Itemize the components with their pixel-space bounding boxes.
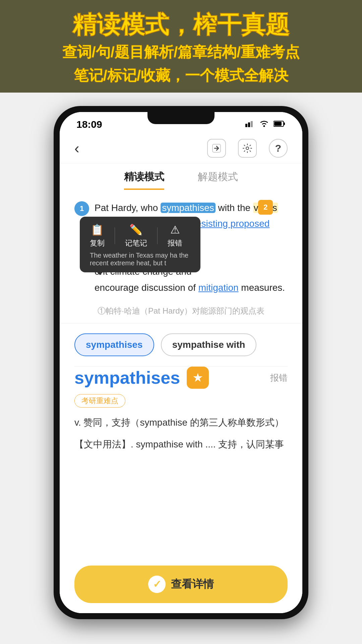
tooltip-actions: 📋 复制 ✏️ 记笔记 ⚠ 报错 xyxy=(90,223,190,248)
btn-label: 查看详情 xyxy=(171,577,214,592)
tooltip-report[interactable]: ⚠ 报错 xyxy=(168,223,182,248)
tooltip-popup: 📋 复制 ✏️ 记笔记 ⚠ 报错 xyxy=(80,217,200,272)
word-chips: sympathises sympathise with xyxy=(60,323,302,366)
tooltip-copy[interactable]: 📋 复制 xyxy=(90,223,105,248)
nav-right-icons: ? xyxy=(207,139,288,158)
check-mark: ✓ xyxy=(153,578,161,590)
word-usage: 【文中用法】. sympathise with .... 支持，认同某事 xyxy=(74,436,288,453)
note-label: 记笔记 xyxy=(125,238,147,248)
tooltip-note[interactable]: ✏️ 记笔记 xyxy=(125,223,147,248)
report-icon: ⚠ xyxy=(170,223,180,236)
chip-sympathises[interactable]: sympathises xyxy=(74,333,154,356)
para-num-1: 1 xyxy=(74,201,89,216)
back-button[interactable]: ‹ xyxy=(74,140,79,157)
share-button[interactable] xyxy=(207,139,226,158)
tooltip-divider-1 xyxy=(115,227,115,244)
note-icon: ✏️ xyxy=(129,223,143,236)
copy-icon: 📋 xyxy=(90,223,104,236)
banner-title-main: 精读模式，榨干真题 xyxy=(7,10,355,39)
svg-rect-2 xyxy=(251,121,253,127)
word-tag: 考研重难点 xyxy=(74,394,125,408)
phone-container: 18:09 xyxy=(0,106,362,619)
tab-jieti[interactable]: 解题模式 xyxy=(198,170,238,190)
view-detail-button[interactable]: ✓ 查看详情 xyxy=(74,566,288,603)
star-button[interactable]: ★ xyxy=(187,367,209,389)
star-icon: ★ xyxy=(192,371,203,385)
content-area: 1 Pat Hardy, who sympathises with the vi… xyxy=(60,190,302,613)
status-icons xyxy=(245,120,286,129)
banner-title-sub2: 笔记/标记/收藏，一个模式全解决 xyxy=(7,65,355,86)
nav-bar: ‹ ? xyxy=(60,133,302,163)
para-num-2: 2 xyxy=(258,200,273,215)
chip-sympathise-with[interactable]: sympathise with xyxy=(161,333,257,356)
status-bar: 18:09 xyxy=(60,112,302,133)
status-time: 18:09 xyxy=(76,119,102,130)
translation-hint: ①帕特·哈迪（Pat Hardy）对能源部门的观点表 xyxy=(60,302,302,323)
svg-point-3 xyxy=(263,125,265,127)
settings-button[interactable] xyxy=(238,139,257,158)
phone-frame: 18:09 xyxy=(54,106,308,619)
signal-icon xyxy=(245,120,255,129)
top-banner: 精读模式，榨干真题 查词/句/题目解析/篇章结构/重难考点 笔记/标记/收藏，一… xyxy=(0,0,362,93)
help-button[interactable]: ? xyxy=(269,139,288,158)
reading-section: 1 Pat Hardy, who sympathises with the vi… xyxy=(60,190,302,303)
tabs-bar: 精读模式 解题模式 xyxy=(60,163,302,190)
word-report[interactable]: 报错 xyxy=(270,372,288,384)
copy-label: 复制 xyxy=(90,238,105,248)
wifi-icon xyxy=(259,120,269,129)
report-label: 报错 xyxy=(168,238,182,248)
word-sympathises[interactable]: sympathises xyxy=(161,203,216,213)
word-definition: v. 赞同，支持（sympathise 的第三人称单数形式） xyxy=(74,414,288,431)
word-title-row: sympathises ★ 报错 xyxy=(74,367,288,389)
word-title: sympathises xyxy=(74,368,180,388)
tooltip-divider-2 xyxy=(157,227,158,244)
battery-icon xyxy=(274,120,286,129)
svg-point-8 xyxy=(246,147,249,150)
svg-rect-1 xyxy=(248,122,250,127)
svg-rect-5 xyxy=(284,122,285,125)
btn-check-icon: ✓ xyxy=(148,576,166,593)
word-resisting[interactable]: resisting proposed xyxy=(193,218,270,229)
tooltip-preview: The weather in Texas may ha the recent e… xyxy=(90,252,190,267)
tab-jingdu[interactable]: 精读模式 xyxy=(124,170,164,190)
word-mitigation[interactable]: mitigation xyxy=(198,282,239,293)
phone-screen: 18:09 xyxy=(60,112,302,613)
svg-rect-6 xyxy=(274,122,282,126)
svg-rect-0 xyxy=(245,124,247,127)
word-detail: sympathises ★ 报错 考研重难点 v. 赞同，支持（sympathi… xyxy=(60,367,302,565)
banner-title-sub1: 查词/句/题目解析/篇章结构/重难考点 xyxy=(7,42,355,62)
notch xyxy=(147,112,215,124)
